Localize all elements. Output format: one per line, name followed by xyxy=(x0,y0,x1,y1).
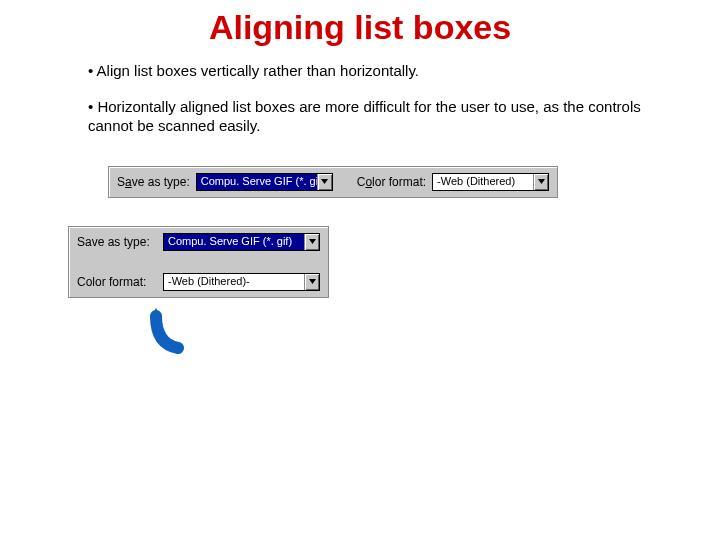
save-as-type-combo[interactable]: Compu. Serve GIF (*. gif) xyxy=(196,173,333,191)
color-format-combo[interactable]: -Web (Dithered) xyxy=(432,173,549,191)
example-vertical: Save as type: Compu. Serve GIF (*. gif) … xyxy=(68,226,329,298)
curved-up-arrow-icon xyxy=(138,304,648,354)
save-as-type-value-v: Compu. Serve GIF (*. gif) xyxy=(164,234,304,250)
chevron-down-icon[interactable] xyxy=(533,174,548,190)
color-format-label: Color format: xyxy=(357,175,426,189)
chevron-down-icon[interactable] xyxy=(317,174,332,190)
bullet-1: Align list boxes vertically rather than … xyxy=(88,61,648,81)
page-title: Aligning list boxes xyxy=(0,0,720,47)
bullet-2: Horizontally aligned list boxes are more… xyxy=(88,97,648,136)
color-format-label-v: Color format: xyxy=(77,275,157,289)
color-format-combo-v[interactable]: -Web (Dithered)- xyxy=(163,273,320,291)
examples-area: Save as type: Compu. Serve GIF (*. gif) … xyxy=(88,166,648,354)
chevron-down-icon[interactable] xyxy=(304,274,319,290)
content-area: Align list boxes vertically rather than … xyxy=(0,47,720,354)
save-as-type-combo-v[interactable]: Compu. Serve GIF (*. gif) xyxy=(163,233,320,251)
save-as-type-value: Compu. Serve GIF (*. gif) xyxy=(197,174,317,190)
color-format-value-v: -Web (Dithered)- xyxy=(164,274,304,290)
chevron-down-icon[interactable] xyxy=(304,234,319,250)
save-as-type-label: Save as type: xyxy=(117,175,190,189)
example-horizontal: Save as type: Compu. Serve GIF (*. gif) … xyxy=(108,166,558,198)
color-format-value: -Web (Dithered) xyxy=(433,174,533,190)
save-as-type-label-v: Save as type: xyxy=(77,235,157,249)
